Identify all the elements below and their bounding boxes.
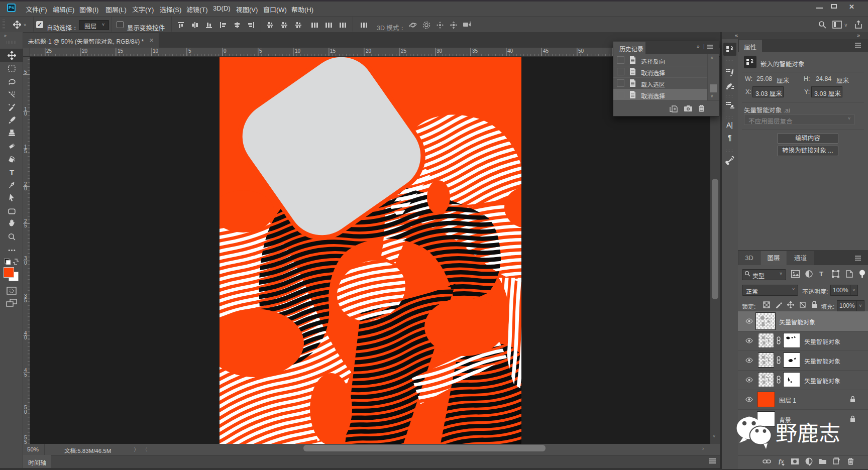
svg-text:fx: fx bbox=[779, 457, 784, 464]
svg-text:野鹿志: 野鹿志 bbox=[776, 421, 840, 445]
svg-text:T: T bbox=[10, 169, 14, 177]
